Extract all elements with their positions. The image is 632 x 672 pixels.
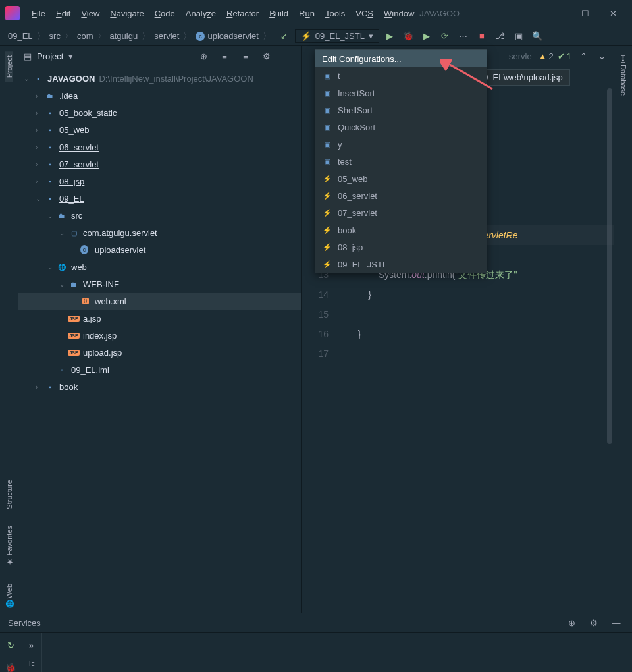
- code-line[interactable]: [350, 344, 614, 364]
- tree-item-05_book_static[interactable]: ›▪05_book_static: [18, 104, 301, 121]
- dd-class-t[interactable]: ▣t: [315, 67, 487, 84]
- close-button[interactable]: ✕: [599, 0, 627, 26]
- tab-favorites[interactable]: ★ Favorites: [5, 522, 13, 570]
- run-button[interactable]: ▶: [382, 28, 398, 44]
- menu-vcs[interactable]: VCS: [350, 9, 379, 18]
- chevron-down-icon[interactable]: ▾: [68, 51, 73, 61]
- tree-item-08_jsp[interactable]: ›▪08_jsp: [18, 173, 301, 190]
- tree-item-uploadservlet[interactable]: cuploadservlet: [18, 241, 301, 258]
- services-placeholder: Select service to view details: [42, 633, 632, 672]
- dd-run-06_servlet[interactable]: ⚡06_servlet: [315, 187, 487, 204]
- minimize-button[interactable]: —: [544, 0, 571, 26]
- gear-icon[interactable]: ⚙: [586, 615, 602, 631]
- tree-item-06_servlet[interactable]: ›▪06_servlet: [18, 138, 301, 155]
- crumb-src[interactable]: src: [45, 31, 65, 41]
- prev-highlight-icon[interactable]: ⌃: [575, 49, 591, 65]
- code-line[interactable]: [350, 304, 614, 324]
- dd-class-y[interactable]: ▣y: [315, 136, 487, 153]
- tab-database[interactable]: 🗄 Database: [619, 51, 627, 99]
- coverage-button[interactable]: ▶: [419, 28, 434, 44]
- dd-class-QuickSort[interactable]: ▣QuickSort: [315, 119, 487, 136]
- project-panel-title[interactable]: Project: [37, 51, 63, 61]
- search-icon[interactable]: 🔍: [529, 28, 545, 44]
- menu-refactor[interactable]: Refactor: [221, 9, 264, 18]
- tree-item-web[interactable]: ⌄🌐web: [18, 258, 301, 275]
- dd-class-InsertSort[interactable]: ▣InsertSort: [315, 84, 487, 101]
- dd-run-07_servlet[interactable]: ⚡07_servlet: [315, 204, 487, 221]
- tree-collapse-icon[interactable]: »: [24, 637, 40, 653]
- crumb-class[interactable]: cuploadservlet: [192, 31, 262, 42]
- tree-item-09_EL[interactable]: ⌄▪09_EL: [18, 190, 301, 207]
- tab-structure[interactable]: Structure: [5, 476, 13, 513]
- dd-class-ShellSort[interactable]: ▣ShellSort: [315, 101, 487, 119]
- menu-build[interactable]: Build: [264, 9, 294, 18]
- tomcat-icon: ⚡: [301, 31, 311, 41]
- menu-tools[interactable]: Tools: [320, 9, 350, 18]
- run-config-name: 09_EL_JSTL: [315, 31, 365, 41]
- stop-button[interactable]: ■: [474, 28, 490, 44]
- crumb-servlet[interactable]: servlet: [150, 31, 183, 41]
- run-anything-icon[interactable]: ▣: [511, 28, 527, 44]
- run-config-selector[interactable]: ⚡ 09_EL_JSTL ▾: [295, 29, 379, 43]
- tree-item-a.jsp[interactable]: JSPa.jsp: [18, 310, 301, 327]
- tree-item-WEB-INF[interactable]: ⌄🖿WEB-INF: [18, 275, 301, 293]
- menu-navigate[interactable]: Navigate: [105, 9, 149, 18]
- tree-item-upload.jsp[interactable]: JSPupload.jsp: [18, 344, 301, 361]
- tree-item-src[interactable]: ⌄🖿src: [18, 207, 301, 224]
- dd-run-05_web[interactable]: ⚡05_web: [315, 170, 487, 187]
- tree-item-.idea[interactable]: ›🖿.idea: [18, 87, 301, 104]
- profile-button[interactable]: ⟳: [437, 28, 453, 44]
- menu-file[interactable]: File: [26, 9, 51, 18]
- code-line[interactable]: }: [350, 324, 614, 344]
- tomcat-node[interactable]: Tc: [28, 659, 35, 667]
- menu-window[interactable]: Window: [379, 9, 419, 18]
- next-highlight-icon[interactable]: ⌄: [594, 49, 610, 65]
- tree-item-05_web[interactable]: ›▪05_web: [18, 121, 301, 138]
- dd-run-book[interactable]: ⚡book: [315, 221, 487, 238]
- editor-tab[interactable]: servle: [506, 51, 535, 61]
- tree-item-web.xml[interactable]: ⟨⟩web.xml: [18, 293, 301, 310]
- app-title: JAVAGOO: [419, 9, 460, 18]
- vertical-scrollbar[interactable]: [607, 88, 612, 444]
- edit-configurations-item[interactable]: Edit Configurations...: [315, 50, 487, 67]
- debug-button[interactable]: 🐞: [400, 28, 416, 44]
- menu-code[interactable]: Code: [149, 9, 180, 18]
- tab-project[interactable]: Project: [5, 51, 13, 82]
- services-title: Services: [8, 618, 41, 628]
- git-button[interactable]: ⎇: [492, 28, 508, 44]
- crumb-module[interactable]: 09_EL: [4, 31, 37, 41]
- locate-icon[interactable]: ⊕: [196, 49, 211, 65]
- gear-icon[interactable]: ⚙: [259, 49, 275, 65]
- tree-item-09_EL.iml[interactable]: ▫09_EL.iml: [18, 361, 301, 378]
- dd-run-09_EL_JSTL[interactable]: ⚡09_EL_JSTL: [315, 256, 487, 273]
- menu-view[interactable]: View: [76, 9, 105, 18]
- crumb-atguigu[interactable]: atguigu: [106, 31, 142, 41]
- tree-item-com.atguigu.servlet[interactable]: ⌄▢com.atguigu.servlet: [18, 224, 301, 241]
- dd-class-test[interactable]: ▣test: [315, 153, 487, 170]
- menu-edit[interactable]: Edit: [51, 9, 76, 18]
- hide-icon[interactable]: —: [280, 49, 296, 65]
- project-view-icon: ▤: [24, 51, 32, 61]
- rerun-icon[interactable]: ↻: [3, 637, 18, 653]
- collapse-icon[interactable]: ≡: [238, 49, 253, 65]
- hammer-icon[interactable]: ↙: [276, 28, 292, 44]
- tree-item-index.jsp[interactable]: JSPindex.jsp: [18, 327, 301, 344]
- debug-icon[interactable]: 🐞: [3, 659, 18, 672]
- dd-run-08_jsp[interactable]: ⚡08_jsp: [315, 238, 487, 256]
- menu-run[interactable]: Run: [294, 9, 320, 18]
- expand-icon[interactable]: ≡: [217, 49, 232, 65]
- attach-button[interactable]: ⋯: [456, 28, 471, 44]
- tree-item-07_servlet[interactable]: ›▪07_servlet: [18, 155, 301, 173]
- code-line[interactable]: }: [350, 285, 614, 304]
- hide-icon[interactable]: —: [608, 615, 624, 631]
- locate-icon[interactable]: ⊕: [564, 615, 579, 631]
- tree-item-book[interactable]: ›▪book: [18, 378, 301, 395]
- crumb-com[interactable]: com: [73, 31, 97, 41]
- menu-analyze[interactable]: Analyze: [180, 9, 221, 18]
- maximize-button[interactable]: ☐: [571, 0, 599, 26]
- chevron-down-icon: ▾: [369, 31, 373, 41]
- tab-web[interactable]: 🌐 Web: [5, 580, 13, 613]
- warnings-badge[interactable]: ▲2: [539, 51, 554, 61]
- checks-badge[interactable]: ✔ 1: [558, 51, 571, 61]
- tree-root[interactable]: ⌄▪ JAVAGOON D:\IntellijNew_install\Proje…: [18, 70, 301, 87]
